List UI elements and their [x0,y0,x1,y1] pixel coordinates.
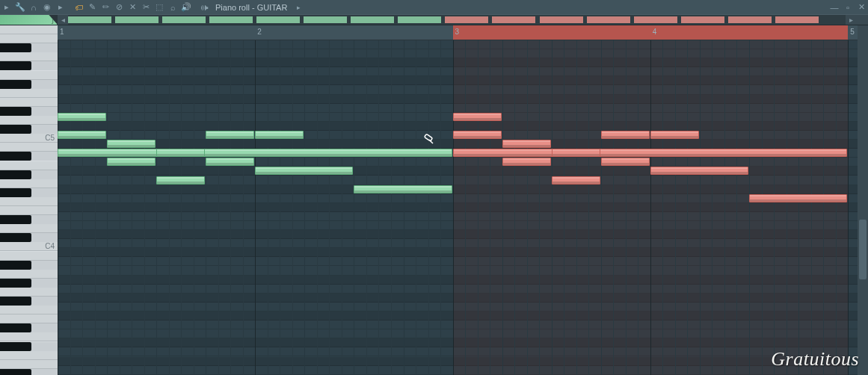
midi-note[interactable] [502,158,551,166]
wrench-icon[interactable]: 🔧 [13,1,27,14]
stamp-icon[interactable]: ◉ [40,1,54,14]
midi-note[interactable] [453,149,848,157]
midi-note[interactable] [650,167,748,175]
step-icon[interactable]: ▸ [54,1,67,14]
midi-note[interactable] [255,167,353,175]
midi-note[interactable] [156,176,205,185]
note-grid[interactable] [58,40,858,375]
white-key[interactable] [0,252,58,261]
midi-note[interactable] [502,140,551,148]
black-key[interactable] [0,125,58,134]
brush-icon[interactable]: ✎ [85,1,99,14]
white-key[interactable] [0,25,58,34]
black-key[interactable] [0,215,58,224]
watermark: Gratuitous [771,348,859,371]
midi-note[interactable] [601,131,650,139]
overview-segment [681,16,724,23]
bar-number: 1 [60,28,64,36]
black-key[interactable] [0,261,58,270]
white-key[interactable] [0,98,58,107]
bar-number: 3 [455,28,460,36]
white-key[interactable] [0,143,58,152]
midi-note[interactable] [749,194,847,202]
white-key[interactable] [0,179,58,188]
black-key[interactable] [0,152,58,161]
midi-note[interactable] [453,131,502,139]
maximize-icon[interactable]: ▫ [841,1,855,14]
minimize-icon[interactable]: — [828,1,841,14]
midi-note[interactable] [206,131,254,139]
black-key[interactable] [0,323,58,332]
overview-segment [256,16,300,23]
overview-track[interactable] [68,15,846,25]
white-key[interactable] [0,306,58,314]
midi-note[interactable] [552,176,600,185]
ruler-selection[interactable] [453,25,849,40]
black-key[interactable] [0,233,58,242]
tag-icon[interactable]: 🏷 [72,1,85,14]
midi-note[interactable] [58,149,452,157]
black-key[interactable] [0,279,58,288]
white-key[interactable] [0,206,58,215]
overview-scroll-left[interactable]: ◂ [58,15,68,25]
midi-note[interactable] [156,149,205,157]
overview-segment [587,16,630,23]
black-key[interactable] [0,61,58,70]
midi-note[interactable] [354,185,452,193]
black-key[interactable] [0,297,58,306]
overview-scroll-end[interactable] [856,15,868,25]
window-title: Piano roll - GUITAR [215,3,287,12]
white-key[interactable] [0,34,58,43]
black-key[interactable] [0,170,58,179]
close-icon[interactable]: ✕ [855,1,868,14]
scrollbar-thumb[interactable] [859,220,867,279]
white-key[interactable] [0,52,58,61]
midi-note[interactable] [58,113,106,121]
magnet-icon[interactable]: ∩ [27,1,40,14]
white-key[interactable] [0,314,58,323]
overview-segment [445,16,488,23]
piano-keys[interactable]: C5C4 [0,25,58,375]
white-key[interactable] [0,161,58,170]
mute-icon[interactable]: ✕ [126,1,139,14]
white-key[interactable] [0,270,58,279]
preview-icon[interactable]: 🕪 [197,1,211,14]
white-key[interactable] [0,89,58,98]
white-key[interactable] [0,288,58,297]
overview-corner[interactable]: ∫ [0,15,58,25]
midi-note[interactable] [206,158,254,166]
midi-note[interactable] [650,131,699,139]
erase-icon[interactable]: ⊘ [112,1,126,14]
select-icon[interactable]: ⬚ [153,1,166,14]
midi-note[interactable] [601,158,650,166]
black-key[interactable] [0,107,58,116]
overview-scroll-right[interactable]: ▸ [846,15,856,25]
timeline-ruler[interactable]: 12345 [58,25,868,40]
white-key[interactable] [0,351,58,360]
midi-note[interactable] [453,113,502,121]
midi-note[interactable] [107,140,156,148]
menu-arrow-icon[interactable]: ▸ [0,1,13,14]
black-key[interactable] [0,43,58,52]
cut-icon[interactable]: ✂ [139,1,153,14]
white-key[interactable] [0,332,58,341]
white-key[interactable] [0,197,58,206]
white-key[interactable] [0,71,58,80]
paint-icon[interactable]: ✏ [99,1,112,14]
white-key[interactable] [0,360,58,369]
black-key[interactable] [0,80,58,89]
playback-icon[interactable]: 🔊 [179,1,193,14]
white-key[interactable] [0,224,58,233]
overview-segment [492,16,535,23]
zoom-icon[interactable]: ⌕ [166,1,179,14]
black-key[interactable] [0,188,58,197]
midi-note[interactable] [255,131,304,139]
black-key[interactable] [0,369,58,375]
white-key[interactable] [0,116,58,125]
title-arrow-icon[interactable]: ▸ [292,1,305,14]
vertical-scrollbar[interactable] [858,25,868,375]
black-key[interactable] [0,342,58,351]
midi-note[interactable] [58,131,106,139]
midi-note[interactable] [552,149,600,157]
midi-note[interactable] [107,158,156,166]
